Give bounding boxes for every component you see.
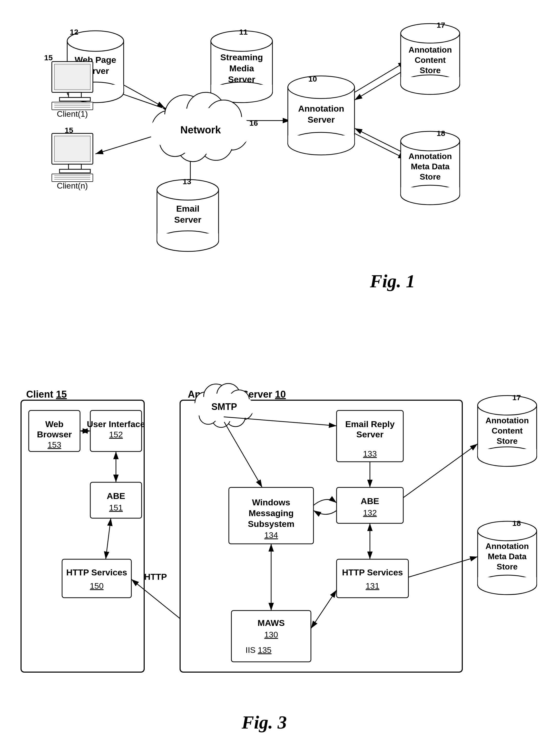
maws-label: MAWS [258,618,285,628]
svg-text:Annotation: Annotation [408,45,452,54]
svg-rect-79 [54,136,90,162]
svg-text:Annotation: Annotation [485,416,529,425]
svg-point-28 [288,76,355,99]
annotation-content-store-fig1: Annotation Content Store 17 [401,21,460,94]
svg-text:Content: Content [415,55,446,65]
http150-box [62,559,131,598]
annotation-content-store-fig3: Annotation Content Store 17 [478,393,537,466]
email-server-fig1: Email Server 13 [157,177,219,251]
client1-fig1: Client(1) 15 [44,53,93,119]
svg-text:11: 11 [239,28,248,36]
svg-text:13: 13 [183,177,191,186]
fig1-svg: Web Page Server 12 Streaming Media Serve… [11,10,549,357]
win-msg-label2: Messaging [249,508,294,518]
svg-text:Store: Store [497,436,518,446]
abe132-ref: 132 [363,508,377,517]
svg-text:Client(1): Client(1) [57,109,88,119]
svg-text:18: 18 [512,519,521,527]
svg-rect-53 [157,233,218,241]
svg-text:Annotation: Annotation [408,152,452,161]
svg-text:Store: Store [420,66,441,75]
iis-label: IIS 135 [245,645,271,655]
http-label: HTTP [144,572,167,582]
svg-rect-37 [401,77,459,85]
svg-rect-72 [52,102,93,110]
svg-text:Server: Server [228,74,255,84]
win-msg-label1: Windows [252,497,290,507]
svg-text:SMTP: SMTP [211,401,237,412]
fig1-diagram: Web Page Server 12 Streaming Media Serve… [11,10,549,357]
svg-rect-71 [60,97,90,101]
abe151-ref: 151 [109,503,123,512]
email-reply-label2: Server [356,429,384,439]
fig1-label: Fig. 1 [370,271,415,291]
http150-ref: 150 [90,581,103,591]
win-msg-label3: Subsystem [248,519,294,529]
streaming-media-server: Streaming Media Server 11 [211,28,272,103]
svg-line-6 [355,62,406,92]
svg-text:Meta Data: Meta Data [488,552,526,561]
web-browser-label2: Browser [37,429,72,439]
page-container: Web Page Server 12 Streaming Media Serve… [10,10,550,731]
http131-ref: 131 [366,581,379,591]
svg-text:Server: Server [174,215,201,224]
svg-text:10: 10 [308,75,317,83]
svg-text:18: 18 [437,129,445,137]
fig3-svg: Client 15 Web Browser 153 User Interface… [11,372,549,737]
svg-rect-81 [60,169,90,173]
svg-rect-45 [401,187,459,195]
web-browser-label: Web [45,419,63,429]
svg-text:Annotation: Annotation [485,542,529,551]
email-reply-ref: 133 [363,449,377,458]
svg-text:15: 15 [44,53,53,62]
svg-line-8 [355,133,406,159]
http150-label: HTTP Services [66,567,127,577]
http131-box [337,559,408,598]
clientn-fig1: Client(n) 15 [52,126,93,190]
web-browser-ref: 153 [47,440,61,449]
svg-rect-117 [478,577,536,585]
svg-line-7 [355,69,406,100]
client-title: Client 15 [26,389,67,400]
annotation-meta-data-store-fig3: Annotation Meta Data Store 18 [478,519,537,595]
user-interface-label: User Interface [87,419,145,429]
user-interface-ref: 152 [109,430,123,439]
svg-rect-82 [52,174,93,182]
svg-text:Store: Store [420,172,441,181]
abe132-label: ABE [361,496,379,506]
annotation-server-outer-box [180,400,462,672]
svg-text:Meta Data: Meta Data [411,162,449,171]
annotation-meta-data-store-fig1: Annotation Meta Data Store 18 [401,129,460,205]
abe151-label: ABE [107,491,125,501]
svg-text:Media: Media [229,63,254,73]
fig3-diagram: Client 15 Web Browser 153 User Interface… [11,372,549,731]
svg-text:Annotation: Annotation [298,104,344,113]
svg-point-107 [478,396,537,415]
svg-rect-70 [68,92,81,97]
svg-text:Streaming: Streaming [220,52,263,62]
svg-text:Content: Content [492,426,523,435]
svg-rect-30 [288,135,354,144]
svg-line-9 [355,128,406,154]
fig3-label: Fig. 3 [241,712,287,733]
svg-text:Email: Email [176,204,199,213]
annotation-server-fig1: Annotation Server 10 [288,75,355,155]
svg-text:17: 17 [512,393,521,402]
win-msg-ref: 134 [264,530,278,540]
svg-text:Network: Network [180,124,221,135]
svg-text:Client(n): Client(n) [57,181,88,190]
svg-point-35 [401,24,460,43]
http131-label: HTTP Services [342,567,403,577]
svg-text:Store: Store [497,562,518,571]
svg-text:15: 15 [65,126,73,134]
email-reply-label: Email Reply [345,419,395,429]
svg-text:16: 16 [249,119,258,127]
svg-text:Server: Server [308,115,335,124]
svg-point-43 [401,131,460,151]
svg-rect-80 [68,164,81,169]
svg-rect-109 [478,449,536,457]
svg-rect-22 [211,85,272,92]
svg-point-115 [478,521,537,541]
maws-ref: 130 [264,630,278,639]
svg-text:17: 17 [437,21,445,29]
